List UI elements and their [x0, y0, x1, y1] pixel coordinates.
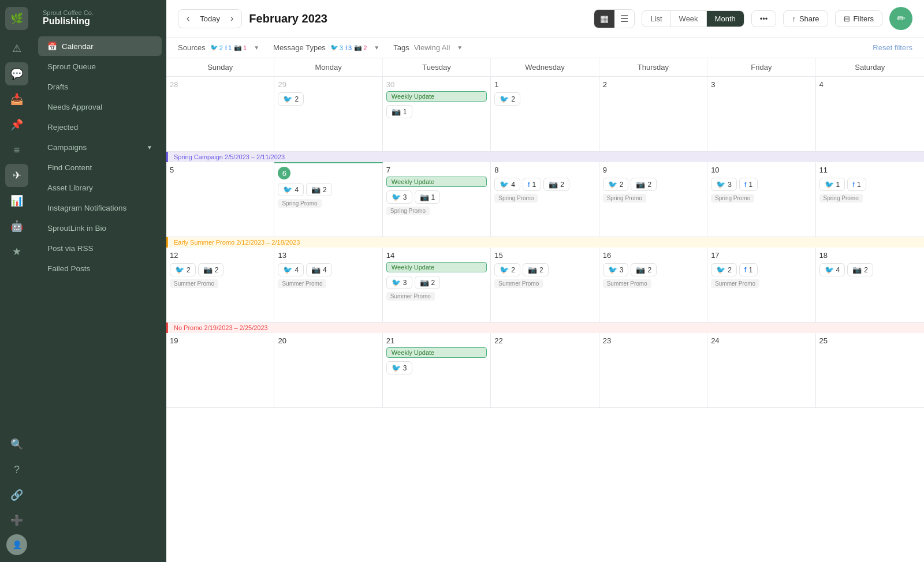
weekly-update-event[interactable]: Weekly Update	[386, 347, 487, 358]
instagram-post-badge[interactable]: 📷 2	[306, 183, 332, 196]
instagram-post-badge[interactable]: 📷 2	[523, 263, 549, 276]
message-types-filter[interactable]: Message Types 🐦 3 f 3 📷 2 ▼	[273, 43, 379, 52]
reset-filters-button[interactable]: Reset filters	[873, 43, 912, 52]
twitter-post-badge[interactable]: 🐦 3	[386, 190, 412, 204]
cal-day-11-feb[interactable]: 11 🐦 1 f 1 Spring Promo	[816, 162, 924, 237]
cal-day-25-feb[interactable]: 25	[816, 333, 924, 408]
summer-promo-tag[interactable]: Summer Promo	[603, 279, 651, 288]
instagram-post-badge[interactable]: 📷 2	[847, 263, 873, 276]
cal-day-28-jan[interactable]: 28	[166, 77, 274, 152]
analytics-icon[interactable]: 📊	[5, 189, 28, 212]
cal-day-10-feb[interactable]: 10 🐦 3 f 1 Spring Promo	[707, 162, 815, 237]
twitter-post-badge[interactable]: 🐦 2	[494, 263, 520, 276]
publish-icon[interactable]: ✈	[5, 164, 28, 187]
today-button[interactable]: Today	[195, 12, 225, 25]
twitter-post-badge[interactable]: 🐦 2	[278, 92, 304, 106]
cal-day-22-feb[interactable]: 22	[491, 333, 599, 408]
cal-day-4-feb[interactable]: 4	[816, 77, 924, 152]
nav-find-content[interactable]: Find Content	[38, 158, 162, 177]
inbox-icon[interactable]: 📥	[5, 88, 28, 111]
nav-drafts[interactable]: Drafts	[38, 77, 162, 96]
spring-promo-tag[interactable]: Spring Promo	[278, 199, 321, 208]
cal-day-21-feb[interactable]: 21 Weekly Update 🐦 3	[383, 333, 491, 408]
nav-sprout-queue[interactable]: Sprout Queue	[38, 57, 162, 76]
cal-day-6-feb[interactable]: 6 🐦 4 📷 2 Spring Promo	[274, 162, 382, 237]
instagram-post-badge[interactable]: 📷 1	[415, 190, 441, 204]
spring-promo-tag[interactable]: Spring Promo	[386, 207, 430, 215]
cal-day-8-feb[interactable]: 8 🐦 4 f 1 📷 2 Spring Promo	[491, 162, 599, 237]
help-icon[interactable]: ?	[5, 458, 28, 481]
summer-promo-tag[interactable]: Summer Promo	[386, 292, 435, 301]
twitter-post-badge[interactable]: 🐦 2	[494, 92, 520, 106]
twitter-post-badge[interactable]: 🐦 1	[819, 178, 845, 191]
twitter-post-badge[interactable]: 🐦 3	[386, 276, 412, 289]
pin-icon[interactable]: 📌	[5, 113, 28, 136]
spring-campaign-banner[interactable]: Spring Campaign 2/5/2023 – 2/11/2023	[166, 152, 924, 162]
weekly-update-event[interactable]: Weekly Update	[386, 177, 487, 187]
user-avatar[interactable]: 👤	[6, 534, 27, 555]
grid-view-button[interactable]: ▦	[594, 10, 614, 28]
home-icon[interactable]: 🌿	[5, 7, 28, 30]
twitter-post-badge[interactable]: 🐦 2	[170, 263, 196, 276]
bot-icon[interactable]: 🤖	[5, 215, 28, 238]
instagram-post-badge[interactable]: 📷 2	[631, 178, 657, 191]
cal-day-14-feb[interactable]: 14 Weekly Update 🐦 3 📷 2 Summer Promo	[383, 248, 491, 323]
nav-campaigns[interactable]: Campaigns ▼	[38, 138, 162, 157]
list-icon[interactable]: ≡	[5, 138, 28, 162]
spring-promo-tag[interactable]: Spring Promo	[819, 194, 863, 203]
facebook-post-badge[interactable]: f 1	[523, 178, 541, 191]
list-option-button[interactable]: List	[642, 11, 670, 27]
spring-promo-tag[interactable]: Spring Promo	[711, 194, 754, 203]
link-icon[interactable]: 🔗	[5, 484, 28, 507]
more-button[interactable]: •••	[751, 10, 777, 27]
spring-promo-tag[interactable]: Spring Promo	[603, 194, 646, 203]
cal-day-5-feb[interactable]: 5	[166, 162, 274, 237]
instagram-post-badge[interactable]: 📷 1	[386, 105, 412, 118]
twitter-post-badge[interactable]: 🐦 2	[603, 178, 629, 191]
cal-day-23-feb[interactable]: 23	[599, 333, 707, 408]
twitter-post-badge[interactable]: 🐦 4	[278, 183, 304, 196]
cal-day-18-feb[interactable]: 18 🐦 4 📷 2	[816, 248, 924, 323]
cal-day-3-feb[interactable]: 3	[707, 77, 815, 152]
no-promo-campaign-banner[interactable]: No Promo 2/19/2023 – 2/25/2023	[166, 323, 924, 333]
twitter-post-badge[interactable]: 🐦 2	[711, 263, 737, 276]
instagram-post-badge[interactable]: 📷 2	[631, 263, 657, 276]
sources-filter[interactable]: Sources 🐦 2 f 1 📷 1 ▼	[178, 43, 259, 52]
nav-needs-approval[interactable]: Needs Approval	[38, 98, 162, 117]
cal-day-20-feb[interactable]: 20	[274, 333, 382, 408]
alert-icon[interactable]: ⚠	[5, 37, 28, 60]
next-month-button[interactable]: ›	[227, 12, 237, 25]
weekly-update-event[interactable]: Weekly Update	[386, 262, 487, 272]
cal-day-12-feb[interactable]: 12 🐦 2 📷 2 Summer Promo	[166, 248, 274, 323]
cal-day-1-feb[interactable]: 1 🐦 2	[491, 77, 599, 152]
star-icon[interactable]: ★	[5, 240, 28, 263]
cal-day-9-feb[interactable]: 9 🐦 2 📷 2 Spring Promo	[599, 162, 707, 237]
twitter-post-badge[interactable]: 🐦 4	[494, 178, 520, 191]
cal-day-16-feb[interactable]: 16 🐦 3 📷 2 Summer Promo	[599, 248, 707, 323]
twitter-post-badge[interactable]: 🐦 4	[278, 263, 304, 276]
month-option-button[interactable]: Month	[707, 11, 744, 27]
twitter-post-badge[interactable]: 🐦 3	[386, 361, 412, 374]
nav-post-via-rss[interactable]: Post via RSS	[38, 239, 162, 258]
cal-day-29-jan[interactable]: 29 🐦 2	[274, 77, 382, 152]
list-view-button[interactable]: ☰	[614, 10, 634, 28]
search-icon[interactable]: 🔍	[5, 433, 28, 456]
cal-day-24-feb[interactable]: 24	[707, 333, 815, 408]
facebook-post-badge[interactable]: f 1	[847, 178, 866, 191]
summer-promo-tag[interactable]: Summer Promo	[494, 279, 543, 288]
cal-day-15-feb[interactable]: 15 🐦 2 📷 2 Summer Promo	[491, 248, 599, 323]
feed-icon[interactable]: 💬	[5, 62, 28, 85]
instagram-post-badge[interactable]: 📷 2	[198, 263, 224, 276]
nav-calendar[interactable]: 📅 Calendar	[38, 36, 162, 56]
facebook-post-badge[interactable]: f 1	[739, 263, 758, 276]
early-summer-campaign-banner[interactable]: Early Summer Promo 2/12/2023 – 2/18/2023	[166, 237, 924, 248]
summer-promo-tag[interactable]: Summer Promo	[711, 279, 759, 288]
nav-failed-posts[interactable]: Failed Posts	[38, 259, 162, 278]
prev-month-button[interactable]: ‹	[183, 12, 193, 25]
cal-day-19-feb[interactable]: 19	[166, 333, 274, 408]
twitter-post-badge[interactable]: 🐦 3	[711, 178, 737, 191]
instagram-post-badge[interactable]: 📷 2	[415, 276, 441, 289]
nav-asset-library[interactable]: Asset Library	[38, 178, 162, 197]
nav-instagram-notifications[interactable]: Instagram Notifications	[38, 198, 162, 218]
tags-filter[interactable]: Tags Viewing All ▼	[393, 43, 463, 52]
